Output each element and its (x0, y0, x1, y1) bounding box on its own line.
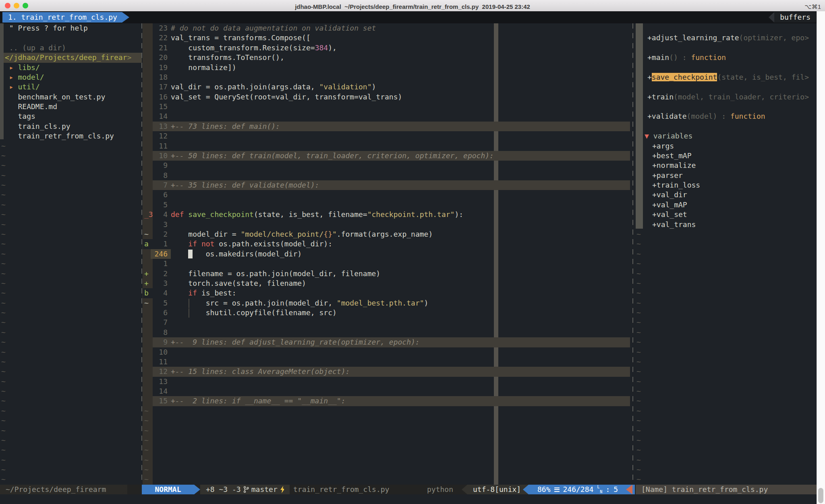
tag-var-val-dir[interactable]: +val_dir (636, 190, 817, 200)
code-line[interactable]: 16val_set = QuerySet(root=val_dir, trans… (143, 92, 631, 102)
powerline-arrow-icon (626, 485, 632, 494)
tree-dir-model[interactable]: ▸ model/ (0, 72, 142, 82)
line-number: 16 (153, 92, 168, 102)
code-line[interactable]: 15 (143, 102, 631, 112)
tag-adjust-learning-rate[interactable]: +adjust_learning_rate(optimizer, epo> (636, 33, 817, 43)
tag-train[interactable]: +train(model, train_loader, criterio> (636, 92, 817, 102)
code-line[interactable]: 1 (143, 259, 631, 269)
code-line[interactable]: 6 (143, 190, 631, 200)
gutter-sign-+: + (143, 279, 154, 288)
tag-var-val-set[interactable]: +val_set (636, 210, 817, 219)
code-line[interactable]: 9 (143, 161, 631, 170)
tilde-line: ~ (636, 357, 817, 367)
scroll-percent: 86% (537, 485, 551, 494)
tree-help-line[interactable]: " Press ? for help (0, 23, 142, 33)
tilde-line: ~ (0, 357, 142, 367)
code-line[interactable]: 5~ src = os.path.join(model_dir, "model_… (143, 298, 631, 308)
tilde-line: ~ (636, 328, 817, 337)
tag-var-args[interactable]: +args (636, 141, 817, 151)
tilde-line: ~ (636, 308, 817, 318)
line-number: 2 (153, 269, 168, 279)
window-separator[interactable] (141, 23, 142, 485)
code-line[interactable]: 2+ filename = os.path.join(model_dir, fi… (143, 269, 631, 279)
code-line[interactable]: 6 shutil.copyfile(filename, src) (143, 308, 631, 318)
tag-var-normalize[interactable]: +normalize (636, 161, 817, 170)
code-line[interactable]: 246 os.makedirs(model_dir) (143, 249, 631, 259)
line-number: 14 (153, 112, 168, 121)
code-line[interactable]: 21 custom_transform.Resize(size=384), (143, 43, 631, 53)
tilde-line: ~ (636, 445, 817, 455)
macos-scrollbar-thumb[interactable] (818, 488, 823, 503)
powerline-arrow-icon (194, 485, 200, 494)
code-line[interactable]: 18 (143, 72, 631, 82)
code-line[interactable]: 3 (143, 220, 631, 229)
tree-row[interactable] (0, 33, 142, 43)
code-line[interactable]: 10 (143, 347, 631, 357)
powerline-arrow-icon (462, 485, 467, 494)
tilde-line: ~ (143, 475, 631, 484)
code-line[interactable]: 20 transforms.ToTensor(), (143, 53, 631, 62)
line-number: 1 (153, 239, 168, 249)
tag-var-train-loss[interactable]: +train_loss (636, 180, 817, 190)
code-line[interactable]: 7 (143, 318, 631, 327)
position-separator: : (605, 485, 610, 494)
tree-file[interactable]: train_cls.py (0, 122, 142, 131)
fold-line[interactable]: 15+-- 2 lines: if __name__ == "__main__"… (143, 396, 631, 406)
code-line[interactable]: 8 (143, 171, 631, 180)
line-number: 12 (153, 367, 168, 376)
line-number: 14 (153, 386, 168, 396)
tree-file[interactable]: train_retr_from_cls.py (0, 131, 142, 141)
window-separator[interactable] (632, 23, 633, 485)
tree-root-path[interactable]: </jdhao/Projects/deep_firear> (0, 53, 142, 62)
tilde-line: ~ (0, 416, 142, 426)
tag-main[interactable]: +main() : function (636, 53, 817, 62)
fold-line[interactable]: 10+-- 50 lines: def train(model, train_l… (143, 151, 631, 161)
command-line[interactable] (0, 494, 825, 504)
tab-train-retr-from-cls[interactable]: 1. train_retr_from_cls.py (2, 12, 129, 23)
tagbar-scrollbar-thumb[interactable] (636, 23, 643, 229)
fold-line[interactable]: 7+-- 35 lines: def validate(model): (143, 180, 631, 190)
fold-line[interactable]: 9+-- 9 lines: def adjust_learning_rate(o… (143, 337, 631, 347)
code-line[interactable]: 11 (143, 357, 631, 367)
tilde-line: ~ (636, 426, 817, 436)
code-line[interactable]: 13 (143, 377, 631, 386)
code-line[interactable]: 8 (143, 328, 631, 337)
code-line[interactable]: 17val_dir = os.path.join(args.data, "val… (143, 82, 631, 92)
tree-file[interactable]: README.md (0, 102, 142, 112)
code-line[interactable]: 2~ model_dir = "model/check_point/{}".fo… (143, 229, 631, 239)
code-line[interactable]: 22val_trans = transforms.Compose([ (143, 33, 631, 43)
nerdtree-scrollbar-thumb[interactable] (0, 23, 4, 139)
buffers-indicator[interactable]: buffers (769, 12, 816, 23)
tilde-line: ~ (636, 279, 817, 288)
tree-file[interactable]: benchmark_on_test.py (0, 92, 142, 102)
code-line[interactable]: 5 (143, 200, 631, 210)
tagbar-panel: +adjust_learning_rate(optimizer, epo>+ma… (636, 23, 817, 485)
code-line[interactable]: 1a if not os.path.exists(model_dir): (143, 239, 631, 249)
tag-section-variables[interactable]: ▼ variables (636, 131, 817, 141)
fold-line[interactable]: 12+-- 15 lines: class AverageMeter(objec… (143, 367, 631, 376)
code-line[interactable]: 14 (143, 112, 631, 121)
fold-line[interactable]: 13+-- 73 lines: def main(): (143, 122, 631, 131)
tree-file[interactable]: tags (0, 112, 142, 121)
tag-var-val-mAP[interactable]: +val_mAP (636, 200, 817, 210)
gutter-sign-b: b (143, 288, 154, 298)
macos-scrollbar-track[interactable] (817, 11, 825, 504)
tree-up-dir[interactable]: .. (up a dir) (0, 43, 142, 53)
code-line[interactable]: 3+ torch.save(state, filename) (143, 279, 631, 288)
tag-save-checkpoint[interactable]: +save_checkpoint(state, is_best, fil> (636, 72, 817, 82)
tree-dir-util[interactable]: ▸ util/ (0, 82, 142, 92)
tag-var-best-mAP[interactable]: +best_mAP (636, 151, 817, 161)
tilde-line: ~ (636, 337, 817, 347)
code-line[interactable]: 19 normalize]) (143, 63, 631, 72)
tree-dir-libs[interactable]: ▸ libs/ (0, 63, 142, 72)
code-line[interactable]: 4b if is_best: (143, 288, 631, 298)
code-line[interactable]: 14 (143, 386, 631, 396)
code-line[interactable]: 12 (143, 131, 631, 141)
statusline-mode: NORMAL (142, 485, 194, 494)
code-line[interactable]: 23# do not do data augmentation on valid… (143, 23, 631, 33)
tag-validate[interactable]: +validate(model) : function (636, 112, 817, 121)
code-line[interactable]: 4_3def save_checkpoint(state, is_best, f… (143, 210, 631, 219)
tag-var-parser[interactable]: +parser (636, 171, 817, 180)
code-line[interactable]: 11 (143, 141, 631, 151)
tag-var-val-trans[interactable]: +val_trans (636, 220, 817, 229)
